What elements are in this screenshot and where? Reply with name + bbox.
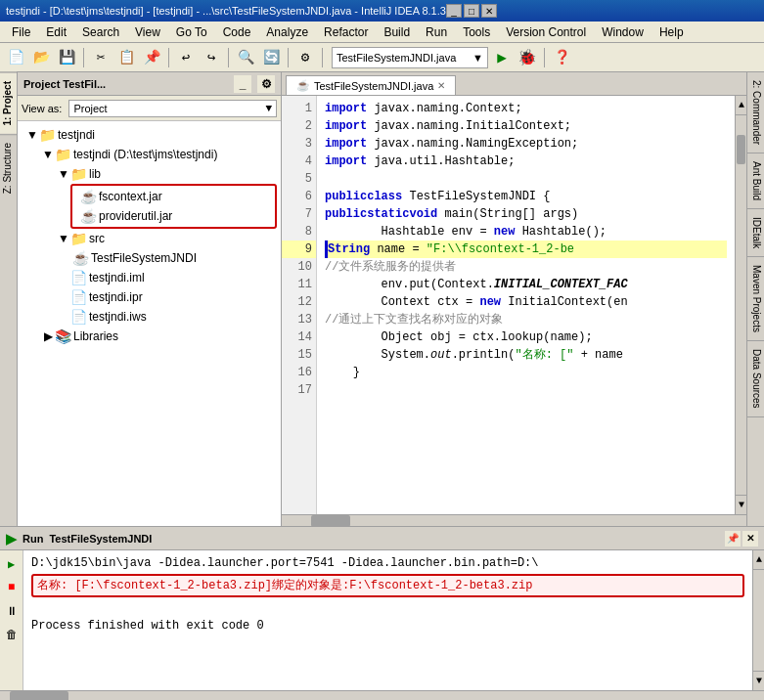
project-tree[interactable]: ▼ 📁 testjndi ▼ 📁 testjndi (D:\test\jms\t… bbox=[18, 121, 281, 526]
tree-label-lib: lib bbox=[89, 167, 101, 181]
right-tab-maven[interactable]: Maven Projects bbox=[747, 257, 764, 341]
tree-item-iws[interactable]: 📄 testjndi.iws bbox=[18, 307, 281, 327]
panel-settings-btn[interactable]: ⚙ bbox=[257, 75, 275, 93]
h-scroll-thumb[interactable] bbox=[311, 515, 350, 527]
view-as-dropdown[interactable]: Project ▼ bbox=[68, 100, 277, 117]
toolbar-cut[interactable]: ✂ bbox=[89, 46, 112, 69]
run-scroll-up[interactable]: ▲ bbox=[753, 550, 764, 570]
line-num-6: 6 bbox=[282, 188, 316, 205]
tree-toggle-iws bbox=[57, 310, 70, 324]
project-panel-header: Project TestFil... _ ⚙ bbox=[18, 72, 281, 96]
toolbar-open[interactable]: 📂 bbox=[29, 46, 53, 69]
editor-scrollbar-v[interactable]: ▲ ▼ bbox=[735, 96, 746, 514]
sidebar-tab-project[interactable]: 1: Project bbox=[0, 72, 17, 134]
tree-item-testfile[interactable]: ☕ TestFileSystemJNDI bbox=[18, 248, 281, 268]
run-stop-btn[interactable]: ■ bbox=[2, 578, 22, 597]
menu-view[interactable]: View bbox=[127, 23, 168, 41]
menu-goto[interactable]: Go To bbox=[168, 23, 215, 41]
menu-help[interactable]: Help bbox=[652, 23, 692, 41]
tree-item-iml[interactable]: 📄 testjndi.iml bbox=[18, 268, 281, 287]
right-tab-idetalk[interactable]: IDEtalk bbox=[747, 209, 764, 257]
run-panel-header: ▶ Run TestFileSystemJNDI 📌 ✕ bbox=[0, 527, 764, 550]
tree-toggle-src[interactable]: ▼ bbox=[57, 232, 70, 245]
run-scrollbar-h[interactable] bbox=[0, 690, 764, 700]
tree-item-libraries[interactable]: ▶ 📚 Libraries bbox=[18, 327, 281, 346]
toolbar-find[interactable]: 🔍 bbox=[234, 46, 257, 69]
run-restart-btn[interactable]: ▶ bbox=[2, 554, 22, 574]
run-h-thumb[interactable] bbox=[10, 691, 68, 700]
toolbar-redo[interactable]: ↪ bbox=[200, 46, 223, 69]
scroll-thumb[interactable] bbox=[737, 135, 745, 164]
menu-refactor[interactable]: Refactor bbox=[316, 23, 376, 41]
tree-item-src[interactable]: ▼ 📁 src bbox=[18, 229, 281, 248]
menu-file[interactable]: File bbox=[4, 23, 38, 41]
line-num-9: 9 bbox=[282, 241, 316, 258]
menu-edit[interactable]: Edit bbox=[38, 23, 74, 41]
menu-code[interactable]: Code bbox=[215, 23, 259, 41]
tree-toggle-lib[interactable]: ▼ bbox=[57, 167, 70, 181]
toolbar-debug-btn[interactable]: 🐞 bbox=[516, 46, 539, 69]
panel-minimize-btn[interactable]: _ bbox=[234, 75, 251, 93]
toolbar-new[interactable]: 📄 bbox=[4, 46, 27, 69]
toolbar-help[interactable]: ❓ bbox=[550, 46, 573, 69]
toolbar-paste[interactable]: 📌 bbox=[140, 46, 163, 69]
editor-content[interactable]: 1 2 3 4 5 6 7 8 9 10 11 12 13 14 15 16 1… bbox=[282, 96, 746, 514]
right-tab-ant[interactable]: Ant Build bbox=[747, 153, 764, 209]
run-pin-btn[interactable]: 📌 bbox=[725, 531, 741, 547]
menu-window[interactable]: Window bbox=[594, 23, 652, 41]
tree-item-root[interactable]: ▼ 📁 testjndi bbox=[18, 125, 281, 145]
toolbar-undo[interactable]: ↩ bbox=[174, 46, 198, 69]
window-controls[interactable]: _ □ ✕ bbox=[446, 4, 497, 18]
editor-tab-testfile[interactable]: ☕ TestFileSystemJNDI.java ✕ bbox=[286, 75, 456, 95]
code-line-3: import javax.naming.NamingException; bbox=[325, 135, 727, 153]
code-line-15: System.out.println("名称: [" + name bbox=[325, 346, 727, 364]
tree-item-fscontext[interactable]: ☕ fscontext.jar bbox=[72, 187, 275, 206]
maximize-button[interactable]: □ bbox=[464, 4, 479, 18]
tree-toggle-root[interactable]: ▼ bbox=[25, 128, 39, 142]
code-line-17 bbox=[325, 381, 727, 399]
line-numbers: 1 2 3 4 5 6 7 8 9 10 11 12 13 14 15 16 1… bbox=[282, 96, 317, 514]
menu-build[interactable]: Build bbox=[376, 23, 418, 41]
toolbar-run-btn[interactable]: ▶ bbox=[490, 46, 514, 69]
menu-run[interactable]: Run bbox=[418, 23, 455, 41]
tree-label-testjndi: testjndi (D:\test\jms\testjndi) bbox=[73, 148, 217, 161]
minimize-button[interactable]: _ bbox=[446, 4, 462, 18]
right-sidebar-tabs: 2: Commander Ant Build IDEtalk Maven Pro… bbox=[746, 72, 764, 526]
scroll-down-btn[interactable]: ▼ bbox=[736, 495, 746, 514]
right-tab-commander[interactable]: 2: Commander bbox=[747, 72, 764, 153]
menu-tools[interactable]: Tools bbox=[455, 23, 498, 41]
toolbar-save[interactable]: 💾 bbox=[55, 46, 78, 69]
tree-toggle-testjndi[interactable]: ▼ bbox=[41, 148, 55, 161]
menu-analyze[interactable]: Analyze bbox=[258, 23, 316, 41]
run-scroll-down[interactable]: ▼ bbox=[753, 671, 764, 690]
java-file-icon: ☕ bbox=[72, 250, 88, 266]
right-tab-datasources[interactable]: Data Sources bbox=[747, 341, 764, 417]
editor-scrollbar-h[interactable] bbox=[282, 514, 746, 526]
run-pause-btn[interactable]: ⏸ bbox=[2, 601, 22, 621]
run-close-btn[interactable]: ✕ bbox=[742, 531, 758, 547]
sidebar-tab-structure[interactable]: Z: Structure bbox=[0, 134, 17, 201]
tree-item-lib[interactable]: ▼ 📁 lib bbox=[18, 164, 281, 184]
close-button[interactable]: ✕ bbox=[481, 4, 497, 18]
run-scrollbar-v[interactable]: ▲ ▼ bbox=[752, 550, 764, 690]
tree-item-testjndi[interactable]: ▼ 📁 testjndi (D:\test\jms\testjndi) bbox=[18, 145, 281, 164]
java-tab-icon: ☕ bbox=[296, 79, 310, 92]
menu-search[interactable]: Search bbox=[74, 23, 127, 41]
tab-close-icon[interactable]: ✕ bbox=[437, 80, 445, 91]
tree-item-providerutil[interactable]: ☕ providerutil.jar bbox=[72, 206, 275, 226]
toolbar-copy[interactable]: 📋 bbox=[114, 46, 138, 69]
run-header-controls: 📌 ✕ bbox=[725, 531, 758, 547]
code-editor[interactable]: import javax.naming.Context; import java… bbox=[317, 96, 735, 514]
toolbar-sep-3 bbox=[228, 48, 229, 67]
code-line-5 bbox=[325, 170, 727, 188]
toolbar-settings[interactable]: ⚙ bbox=[293, 46, 317, 69]
menu-vcs[interactable]: Version Control bbox=[498, 23, 594, 41]
src-folder-icon: 📁 bbox=[70, 231, 86, 246]
run-clear-btn[interactable]: 🗑 bbox=[2, 625, 22, 644]
tree-item-ipr[interactable]: 📄 testjndi.ipr bbox=[18, 287, 281, 307]
run-config-dropdown[interactable]: TestFileSystemJNDI.java ▼ bbox=[332, 47, 488, 68]
toolbar-replace[interactable]: 🔄 bbox=[259, 46, 283, 69]
code-line-9: String name = "F:\\fscontext-1_2-be bbox=[325, 241, 727, 258]
tree-toggle-libraries[interactable]: ▶ bbox=[41, 329, 55, 343]
scroll-up-btn[interactable]: ▲ bbox=[736, 96, 746, 115]
